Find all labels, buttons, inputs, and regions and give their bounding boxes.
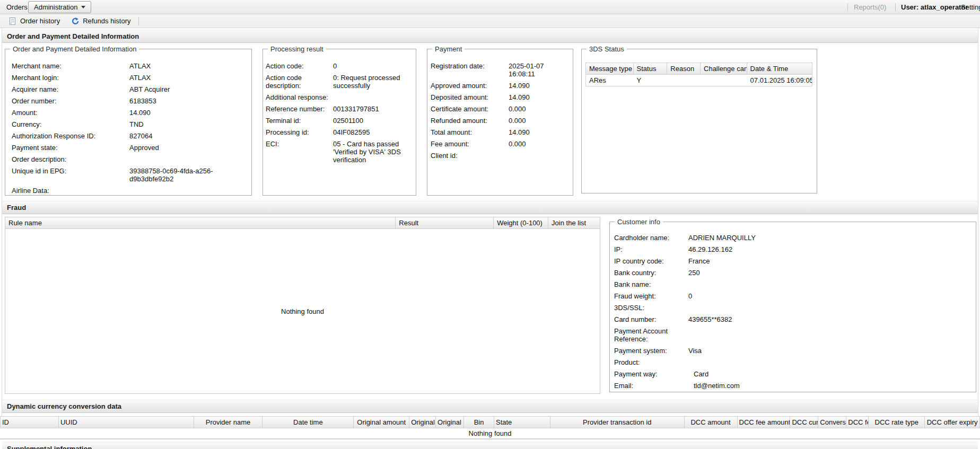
column-header-original-fee[interactable]: Original f	[409, 417, 436, 428]
field-label: Deposited amount:	[431, 93, 509, 101]
fraud-table-header: Rule name Result Weight (0-100) Join the…	[5, 217, 600, 229]
column-header-date-time[interactable]: Date & Time	[747, 63, 812, 74]
column-header-message-type[interactable]: Message type	[586, 63, 634, 74]
field-row: Merchant name:ATLAX	[12, 62, 246, 70]
field-value: 04IF082595	[333, 128, 412, 136]
panel-divider	[0, 439, 980, 439]
column-header-provider-transaction-id[interactable]: Provider transaction id	[550, 417, 685, 428]
field-label: Product:	[614, 358, 688, 366]
column-header-dcc-amount[interactable]: DCC amount	[685, 417, 738, 428]
field-label: Approved amount:	[431, 82, 509, 90]
fraud-empty-text: Nothing found	[5, 229, 600, 393]
field-label: Unique id in EPG:	[12, 167, 129, 175]
field-row: Terminal id:02501100	[266, 117, 412, 125]
field-value: France	[688, 257, 972, 265]
menu-administration-label: Administration	[34, 3, 77, 11]
refunds-history-button[interactable]: Refunds history	[68, 15, 133, 27]
column-header-date-time[interactable]: Date time	[262, 417, 354, 428]
field-value: 827064	[129, 132, 246, 140]
menu-reports[interactable]: Reports(0)	[854, 0, 886, 14]
column-header-join-the-list[interactable]: Join the list	[548, 217, 600, 228]
column-header-weight[interactable]: Weight (0-100)	[494, 217, 548, 228]
threeds-table-header: Message type Status Reason Challenge can…	[585, 63, 812, 75]
column-header-original-currency[interactable]: Original c	[436, 417, 464, 428]
dcc-empty-text: Nothing found	[0, 428, 980, 439]
threeds-table-row[interactable]: ARes Y 07.01.2025 16:09:05	[585, 75, 812, 86]
column-header-dcc-rate-type[interactable]: DCC rate type	[869, 417, 925, 428]
field-value: 0.000	[509, 117, 568, 125]
payment-fieldset: Payment Registration date:2025-01-07 16:…	[427, 49, 573, 196]
section-header-dcc: Dynamic currency conversion data	[2, 400, 978, 413]
field-label: Order number:	[12, 97, 129, 105]
field-label: Airline Data:	[12, 187, 129, 195]
processing-result-fieldset: Processing result Action code:0 Action c…	[262, 49, 416, 196]
field-row: Fraud weight:0	[614, 292, 972, 300]
column-header-id[interactable]: ID	[1, 417, 59, 428]
refunds-history-icon	[71, 17, 80, 25]
field-value: 05 - Card has passed 'Verified by VISA' …	[333, 140, 410, 164]
menu-administration[interactable]: Administration	[28, 1, 91, 13]
customer-info-fieldset: Customer info Cardholder name:ADRIEN MAR…	[609, 222, 976, 392]
field-row: Action code:0	[266, 62, 412, 70]
order-history-button[interactable]: Order history	[6, 15, 63, 27]
threeds-status-fieldset: 3DS Status Message type Status Reason Ch…	[581, 49, 817, 193]
column-header-uuid[interactable]: UUID	[59, 417, 194, 428]
field-label: IP country code:	[614, 257, 688, 265]
field-row: Email:tld@netim.com	[614, 382, 972, 390]
field-label: Acquirer name:	[12, 85, 129, 93]
column-header-dcc-offer-expiry[interactable]: DCC offer expiry	[925, 417, 979, 428]
field-label: Currency:	[12, 120, 129, 128]
field-value: 14.090	[509, 82, 568, 90]
column-header-conversion[interactable]: Conversi	[818, 417, 846, 428]
column-header-dcc-fee-amount[interactable]: DCC fee amount	[738, 417, 791, 428]
field-row: Amount:14.090	[12, 109, 246, 117]
column-header-challenge-cancel[interactable]: Challenge cancel	[701, 63, 747, 74]
field-value: 0	[688, 292, 972, 300]
column-header-reason[interactable]: Reason	[667, 63, 701, 74]
field-label: Total amount:	[431, 128, 509, 136]
field-value: Card	[688, 370, 972, 378]
column-header-provider-name[interactable]: Provider name	[194, 417, 263, 428]
toolbar-separator	[138, 17, 139, 25]
menubar-separator	[895, 3, 896, 11]
column-header-dcc-fee[interactable]: DCC fee	[846, 417, 869, 428]
field-label: Order description:	[12, 155, 129, 163]
field-row: Additional response:	[266, 93, 412, 101]
field-value: 0: Request processed successfully	[333, 74, 412, 90]
column-header-state[interactable]: State	[494, 417, 550, 428]
order-details-fieldset: Order and Payment Detailed Information M…	[5, 49, 252, 196]
field-label: Action code:	[266, 62, 333, 70]
field-row: Product:	[614, 358, 972, 366]
section-header-supplemental-label: Supplemental information	[7, 445, 92, 449]
field-value: ADRIEN MARQUILLY	[688, 234, 972, 242]
field-label: Terminal id:	[266, 117, 333, 125]
column-header-result[interactable]: Result	[396, 217, 494, 228]
field-label: Card number:	[614, 315, 688, 323]
field-row: Fee amount:0.000	[431, 140, 568, 148]
field-value: ATLAX	[129, 62, 246, 70]
column-header-original-amount[interactable]: Original amount	[354, 417, 409, 428]
field-row: Payment Account Reference:	[614, 327, 972, 343]
cell-status: Y	[634, 75, 668, 86]
field-label: Reference number:	[266, 105, 333, 113]
dcc-table: ID UUID Provider name Date time Original…	[0, 416, 980, 439]
field-row: Merchant login:ATLAX	[12, 74, 246, 82]
column-header-dcc-currency[interactable]: DCC curr	[790, 417, 818, 428]
menu-orders[interactable]: Orders	[6, 0, 28, 14]
field-value: 39388758-0c69-4fda-a256-d9b3dbfe92b2	[129, 167, 246, 183]
column-header-bin[interactable]: Bin	[464, 417, 494, 428]
field-value: 250	[688, 269, 972, 277]
cell-date-time: 07.01.2025 16:09:05	[747, 75, 812, 86]
menu-settings[interactable]: Settings	[961, 0, 980, 14]
field-value: 439655**6382	[688, 315, 972, 323]
field-value: 0.000	[509, 105, 568, 113]
menubar-separator	[847, 3, 848, 11]
field-label: Payment way:	[614, 370, 688, 378]
column-header-status[interactable]: Status	[634, 63, 668, 74]
field-row: Airline Data:	[12, 187, 246, 195]
field-value: 6183853	[129, 97, 246, 105]
field-row: 3DS/SSL:	[614, 304, 972, 312]
field-row: Acquirer name:ABT Acquirer	[12, 85, 246, 93]
field-label: Email:	[614, 382, 688, 390]
column-header-rule-name[interactable]: Rule name	[5, 217, 396, 228]
